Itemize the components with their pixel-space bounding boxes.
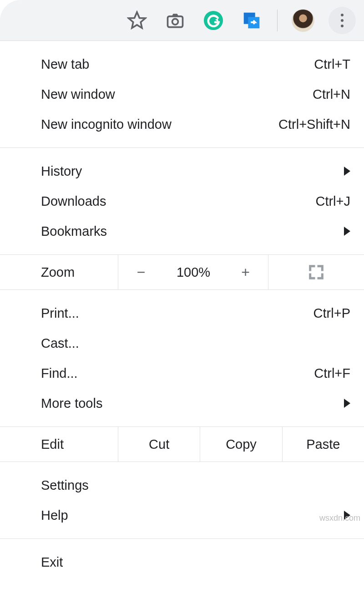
bookmark-star-icon[interactable] [124, 8, 150, 33]
menu-find[interactable]: Find... Ctrl+F [0, 358, 364, 388]
menu-label: More tools [41, 396, 339, 411]
menu-more-tools[interactable]: More tools [0, 388, 364, 418]
menu-label: New incognito window [41, 117, 278, 132]
menu-label: Print... [41, 306, 313, 321]
menu-new-tab[interactable]: New tab Ctrl+T [0, 49, 364, 79]
menu-cast[interactable]: Cast... [0, 328, 364, 358]
fullscreen-button[interactable] [268, 255, 364, 289]
menu-shortcut: Ctrl+T [314, 57, 350, 72]
chrome-main-menu: New tab Ctrl+T New window Ctrl+N New inc… [0, 41, 364, 577]
grammarly-icon[interactable] [201, 8, 226, 33]
menu-shortcut: Ctrl+P [313, 306, 350, 321]
menu-bookmarks[interactable]: Bookmarks [0, 216, 364, 246]
menu-shortcut: Ctrl+Shift+N [278, 117, 350, 132]
menu-edit-row: Edit Cut Copy Paste [0, 426, 364, 462]
menu-zoom-row: Zoom − 100% + [0, 254, 364, 290]
svg-point-2 [172, 19, 178, 25]
menu-help[interactable]: Help [0, 500, 364, 530]
edit-paste-button[interactable]: Paste [283, 427, 364, 462]
edit-cut-button[interactable]: Cut [118, 427, 200, 462]
menu-settings[interactable]: Settings [0, 470, 364, 500]
submenu-arrow-icon [344, 227, 350, 236]
share-export-icon[interactable] [239, 8, 264, 33]
menu-label: Help [41, 508, 339, 523]
submenu-arrow-icon [344, 399, 350, 408]
menu-label: Cast... [41, 336, 350, 351]
menu-exit[interactable]: Exit [0, 547, 364, 577]
menu-label: New window [41, 87, 313, 102]
menu-downloads[interactable]: Downloads Ctrl+J [0, 186, 364, 216]
user-avatar[interactable] [290, 8, 316, 33]
camera-icon[interactable] [162, 8, 188, 33]
menu-shortcut: Ctrl+F [314, 366, 350, 381]
zoom-value: 100% [164, 255, 223, 289]
menu-label: Bookmarks [41, 224, 339, 239]
browser-toolbar [0, 0, 364, 41]
menu-shortcut: Ctrl+N [313, 87, 350, 102]
menu-history[interactable]: History [0, 156, 364, 186]
edit-copy-button[interactable]: Copy [200, 427, 282, 462]
menu-shortcut: Ctrl+J [315, 194, 350, 209]
menu-new-window[interactable]: New window Ctrl+N [0, 79, 364, 109]
menu-label: Downloads [41, 194, 315, 209]
menu-label: Find... [41, 366, 314, 381]
kebab-menu-button[interactable] [329, 7, 356, 34]
svg-marker-0 [129, 12, 146, 28]
menu-label: Settings [41, 478, 350, 493]
svg-rect-1 [168, 16, 183, 27]
toolbar-separator [277, 10, 278, 31]
zoom-out-button[interactable]: − [118, 255, 164, 289]
watermark-text: wsxdn.com [319, 513, 360, 523]
menu-label: Exit [41, 555, 350, 570]
menu-new-incognito[interactable]: New incognito window Ctrl+Shift+N [0, 109, 364, 139]
menu-label: History [41, 164, 339, 179]
menu-label: New tab [41, 57, 314, 72]
zoom-in-button[interactable]: + [223, 255, 268, 289]
zoom-label: Zoom [0, 255, 118, 289]
edit-label: Edit [0, 427, 118, 462]
submenu-arrow-icon [344, 167, 350, 176]
menu-print[interactable]: Print... Ctrl+P [0, 298, 364, 328]
